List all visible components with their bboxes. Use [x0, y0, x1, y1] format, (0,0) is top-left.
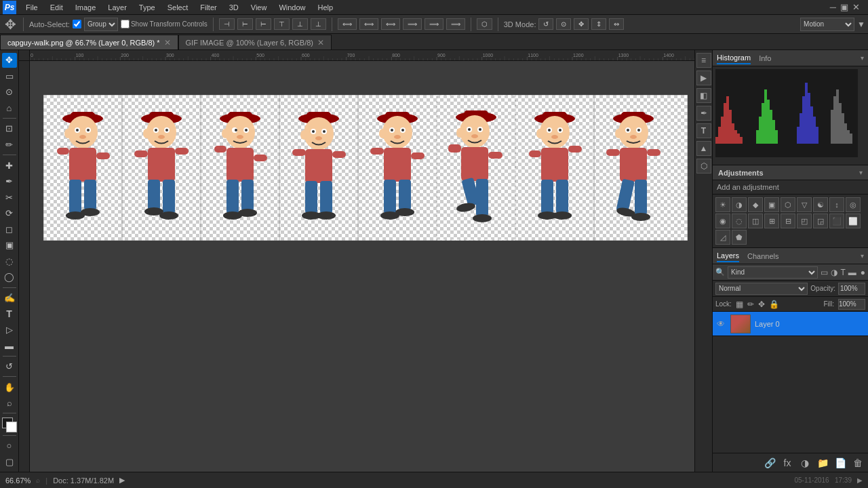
align-right-btn[interactable]: ⊢	[256, 18, 271, 30]
tool-eraser[interactable]: ◻	[2, 222, 17, 237]
tab-gif[interactable]: GIF IMAGE @ 100% (Layer 6, RGB/8) ✕	[178, 35, 332, 49]
adj-curves-btn[interactable]: ◆	[748, 197, 763, 212]
adjustments-collapse-btn[interactable]: ▾	[859, 169, 863, 176]
align-center-h-btn[interactable]: ⊢	[237, 18, 253, 30]
lock-all-icon[interactable]: 🔒	[769, 300, 779, 309]
tab-capguy[interactable]: capguy-walk.png @ 66.7% (Layer 0, RGB/8)…	[0, 35, 178, 49]
tool-shape[interactable]: ▬	[2, 338, 17, 353]
menu-3d[interactable]: 3D	[224, 2, 244, 13]
tool-blur[interactable]: ◌	[2, 254, 17, 269]
align-top-btn[interactable]: ⊤	[274, 18, 290, 30]
adj-vibrance-btn[interactable]: ⬡	[781, 197, 795, 212]
tool-path-select[interactable]: ▷	[2, 323, 17, 338]
menu-layer[interactable]: Layer	[102, 2, 132, 13]
align-left-btn[interactable]: ⊣	[219, 18, 235, 30]
3d-rotate-btn[interactable]: ↺	[538, 18, 553, 30]
rt-shape-btn[interactable]: ▲	[696, 141, 711, 156]
lock-position-icon[interactable]: ✥	[758, 300, 765, 309]
tab-histogram[interactable]: Histogram	[717, 52, 751, 64]
tool-zoom[interactable]: ⌕	[2, 396, 17, 411]
menu-window[interactable]: Window	[273, 2, 311, 13]
rt-3d-btn[interactable]: ⬡	[696, 159, 711, 174]
tab-gif-close[interactable]: ✕	[317, 38, 324, 47]
auto-select-dropdown[interactable]: Group Layer	[84, 18, 118, 31]
adj-bw-btn[interactable]: ↕	[829, 197, 844, 212]
fill-input[interactable]	[838, 299, 865, 310]
adj-saturation-btn[interactable]: ▽	[797, 197, 812, 212]
dist-center-btn[interactable]: ⟺	[359, 18, 378, 30]
tool-clone[interactable]: ✂	[2, 190, 17, 205]
opacity-input[interactable]	[838, 283, 865, 295]
tool-move[interactable]: ✥	[2, 53, 17, 68]
rt-adjustment-btn[interactable]: ◧	[696, 88, 711, 103]
doc-arrow[interactable]: ▶	[119, 476, 125, 485]
tab-info[interactable]: Info	[759, 53, 771, 64]
dist-bottom-btn[interactable]: ⟹	[446, 18, 465, 30]
layer-visibility-toggle[interactable]: 👁	[715, 319, 726, 329]
adj-invert-btn[interactable]: ◫	[748, 214, 763, 228]
menu-filter[interactable]: Filter	[195, 2, 222, 13]
align-middle-v-btn[interactable]: ⊥	[292, 18, 308, 30]
adj-highlights-btn[interactable]: ⬜	[846, 214, 861, 228]
lock-image-icon[interactable]: ✏	[747, 300, 754, 309]
filter-toggle[interactable]: ●	[861, 268, 865, 277]
menu-file[interactable]: File	[20, 2, 43, 13]
adj-selectivecolor-btn[interactable]: ◲	[813, 214, 828, 228]
layer-item[interactable]: 👁 Layer 0	[713, 312, 868, 336]
3d-scale-btn[interactable]: ⇔	[609, 18, 624, 30]
tool-gradient[interactable]: ▣	[2, 238, 17, 253]
tool-lasso[interactable]: ⊙	[2, 85, 17, 100]
adj-colorbalance-btn[interactable]: ☯	[813, 197, 828, 212]
tool-select-rect[interactable]: ▭	[2, 69, 17, 84]
layer-effects-btn[interactable]: fx	[780, 455, 795, 470]
blend-mode-select[interactable]: Normal Dissolve Multiply Screen Overlay	[715, 283, 808, 295]
filter-shape-icon[interactable]: ▬	[848, 268, 856, 277]
filter-type-icon[interactable]: T	[840, 268, 845, 277]
tool-eyedropper[interactable]: ✏	[2, 138, 17, 152]
tool-dodge[interactable]: ◯	[2, 270, 17, 285]
menu-select[interactable]: Select	[162, 2, 194, 13]
adj-brightness-btn[interactable]: ☀	[715, 197, 730, 212]
tab-capguy-close[interactable]: ✕	[164, 38, 171, 47]
taskbar-expand-btn[interactable]: ▶	[857, 476, 863, 484]
tool-heal[interactable]: ✚	[2, 158, 17, 173]
tab-channels[interactable]: Channels	[747, 251, 778, 262]
tool-hand[interactable]: ✋	[2, 380, 17, 394]
adj-exposure-btn[interactable]: ▣	[764, 197, 779, 212]
adj-shadows-btn[interactable]: ⬛	[829, 214, 844, 228]
adj-colllookup-btn[interactable]: ◌	[732, 214, 747, 228]
menu-view[interactable]: View	[245, 2, 273, 13]
adj-levels-btn[interactable]: ◑	[732, 197, 747, 212]
new-group-btn[interactable]: 📁	[815, 455, 830, 470]
menu-type[interactable]: Type	[134, 2, 161, 13]
tool-crop[interactable]: ⊡	[2, 121, 17, 136]
adj-gradient2-btn[interactable]: ◿	[715, 230, 730, 245]
3d-roll-btn[interactable]: ⊙	[556, 18, 571, 30]
dist-right-btn[interactable]: ⟺	[381, 18, 400, 30]
adj-channelmixer-btn[interactable]: ◉	[715, 214, 730, 228]
tool-magic-wand[interactable]: ⌂	[2, 101, 17, 116]
transform-btn[interactable]: ⬡	[477, 18, 492, 30]
align-bottom-btn[interactable]: ⊥	[311, 18, 326, 30]
3d-slide-btn[interactable]: ⇕	[591, 18, 606, 30]
adj-photofilter-btn[interactable]: ◎	[846, 197, 861, 212]
adj-threshold-btn[interactable]: ⊟	[781, 214, 795, 228]
layers-collapse-btn[interactable]: ▾	[861, 252, 864, 260]
close-btn[interactable]: ✕	[852, 2, 860, 12]
dist-middle-btn[interactable]: ⟹	[425, 18, 443, 30]
tool-brush[interactable]: ✒	[2, 174, 17, 189]
rt-toggle-btn[interactable]: ≡	[696, 53, 711, 68]
adj-gradientmap-btn[interactable]: ◰	[797, 214, 812, 228]
workspace-expand-icon[interactable]: ▼	[857, 20, 865, 29]
maximize-btn[interactable]: ▣	[840, 2, 848, 12]
transform-controls-label[interactable]: Show Transform Controls	[121, 20, 208, 28]
3d-pan-btn[interactable]: ✥	[574, 18, 589, 30]
link-layers-btn[interactable]: 🔗	[762, 455, 777, 470]
layers-kind-select[interactable]: Kind Name Effect Mode Attribute Color Sm…	[728, 266, 818, 279]
minimize-btn[interactable]: ─	[830, 2, 836, 12]
canvas-scroll[interactable]	[30, 61, 694, 472]
auto-select-checkbox[interactable]	[73, 20, 81, 28]
rt-play-btn[interactable]: ▶	[696, 70, 711, 85]
adj-pattern-btn[interactable]: ⬟	[732, 230, 747, 245]
new-fill-btn[interactable]: ◑	[797, 455, 812, 470]
